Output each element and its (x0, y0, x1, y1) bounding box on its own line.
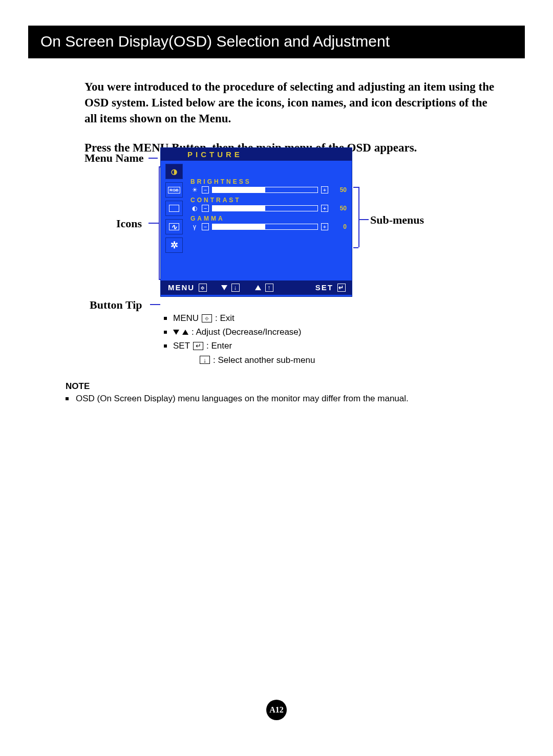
callout-icons: Icons (116, 217, 142, 230)
down-arrow-icon (221, 285, 227, 290)
slider-track[interactable] (212, 187, 318, 193)
set-key-icon: ↵ (337, 284, 346, 292)
note-block: NOTE OSD (On Screen Display) menu langua… (66, 381, 496, 404)
decrease-button[interactable]: − (202, 223, 209, 230)
callout-line (148, 158, 158, 159)
menu-key-icon: ⟐ (199, 284, 207, 292)
osd-footer: MENU ⟐ ↓ ↑ SET ↵ (161, 280, 352, 295)
submenu-label: BRIGHTNESS (190, 178, 347, 185)
down-key-icon: ↓ (231, 284, 240, 292)
menu-key-icon: ⟐ (202, 314, 212, 322)
tip-row: : Adjust (Decrease/Increase) (164, 325, 315, 339)
tip-menu-label: MENU (173, 311, 199, 325)
brightness-icon: ☀ (190, 186, 199, 193)
tip-row: SET ↵ : Enter (164, 339, 315, 353)
increase-button[interactable]: + (321, 205, 328, 212)
slider-value: 0 (331, 223, 347, 230)
callout-line (353, 187, 358, 188)
up-arrow-icon (255, 285, 261, 290)
tip-row: MENU ⟐ : Exit (164, 311, 315, 325)
intro-block: You were introduced to the procedure of … (84, 79, 499, 156)
picture-icon[interactable]: ◑ (165, 164, 183, 179)
slider-value: 50 (331, 205, 347, 212)
page-title-bar: On Screen Display(OSD) Selection and Adj… (28, 26, 525, 58)
tip-row: ↓ : Select another sub-menu (164, 353, 315, 367)
intro-paragraph-1: You were introduced to the procedure of … (84, 79, 499, 126)
slider-track[interactable] (212, 205, 318, 211)
tip-set-label: SET (173, 339, 190, 353)
slider-row: γ − + 0 (190, 223, 347, 230)
callout-sub-menus: Sub-menus (370, 213, 424, 227)
callout-line (148, 223, 159, 224)
slider-row: ☀ − + 50 (190, 186, 347, 193)
tip-adjust-desc: : Adjust (Decrease/Increase) (192, 325, 301, 339)
slider-value: 50 (331, 186, 347, 193)
callout-line (358, 219, 369, 220)
callout-menu-name: Menu Name (84, 152, 143, 165)
submenu-brightness: BRIGHTNESS ☀ − + 50 (190, 178, 347, 193)
osd-icon-column: ◑ RGB ∿ ✲ (161, 161, 187, 280)
increase-button[interactable]: + (321, 186, 328, 193)
page-number: A12 (269, 705, 284, 715)
submenu-gamma: GAMMA γ − + 0 (190, 215, 347, 230)
screen-icon[interactable] (165, 201, 183, 216)
note-row: OSD (On Screen Display) menu languages o… (66, 394, 496, 404)
submenu-label: CONTRAST (190, 197, 347, 204)
note-heading: NOTE (66, 381, 496, 392)
callout-line (358, 187, 359, 247)
callout-line (150, 304, 160, 305)
up-arrow-icon (182, 330, 188, 335)
up-key-icon: ↑ (265, 284, 273, 292)
osd-body: ◑ RGB ∿ ✲ BRIGHTNESS ☀ − + 50 (161, 161, 352, 280)
gamma-icon: γ (190, 223, 199, 230)
rgb-icon[interactable]: RGB (165, 182, 183, 198)
callout-line (159, 166, 160, 279)
down-arrow-icon (173, 330, 179, 335)
footer-menu-label: MENU (168, 283, 195, 292)
submenu-label: GAMMA (190, 215, 347, 222)
contrast-icon: ◐ (190, 205, 199, 212)
down-key-icon: ↓ (200, 356, 210, 364)
footer-set-label: SET (315, 283, 333, 292)
callout-line (353, 247, 358, 248)
tip-select-desc: : Select another sub-menu (213, 353, 315, 367)
button-tip-list: MENU ⟐ : Exit : Adjust (Decrease/Increas… (164, 311, 315, 367)
osd-menu-name: PICTURE (161, 148, 352, 161)
bullet-icon (164, 331, 167, 334)
note-text: OSD (On Screen Display) menu languages o… (76, 394, 409, 404)
increase-button[interactable]: + (321, 223, 328, 230)
decrease-button[interactable]: − (202, 186, 209, 193)
decrease-button[interactable]: − (202, 205, 209, 212)
osd-panel: PICTURE ◑ RGB ∿ ✲ BRIGHTNESS ☀ − + (160, 147, 352, 297)
page-number-badge: A12 (266, 700, 287, 720)
bullet-icon (164, 317, 167, 320)
osd-submenu-area: BRIGHTNESS ☀ − + 50 CONTRAST ◐ − (187, 161, 352, 280)
tip-set-desc: : Enter (206, 339, 232, 353)
slider-track[interactable] (212, 224, 318, 230)
gear-icon[interactable]: ✲ (165, 237, 183, 253)
page-title: On Screen Display(OSD) Selection and Adj… (40, 33, 390, 50)
wave-icon[interactable]: ∿ (165, 219, 183, 234)
tip-menu-desc: : Exit (215, 311, 235, 325)
bullet-icon (66, 397, 69, 400)
submenu-contrast: CONTRAST ◐ − + 50 (190, 197, 347, 212)
bullet-icon (164, 344, 167, 348)
enter-key-icon: ↵ (193, 342, 203, 350)
callout-button-tip: Button Tip (90, 298, 142, 312)
slider-row: ◐ − + 50 (190, 205, 347, 212)
